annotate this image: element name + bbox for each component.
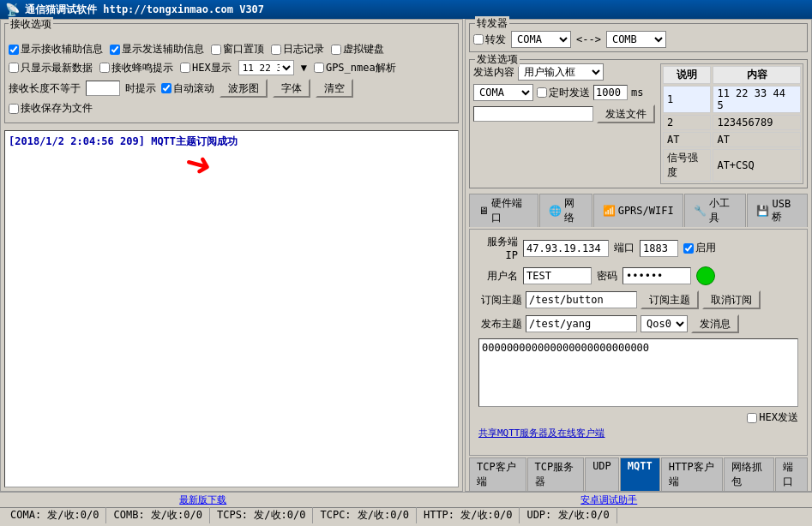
gps-nmea-item[interactable]: GPS_nmea解析: [314, 61, 396, 75]
recv-save-file-item[interactable]: 接收保存为文件: [9, 101, 93, 116]
virtual-keyboard-checkbox[interactable]: [331, 45, 341, 55]
comb-select-forwarder[interactable]: COMB: [606, 31, 666, 48]
table-header-content: 内容: [713, 66, 801, 84]
wave-btn[interactable]: 波形图: [220, 79, 268, 98]
recv-beep-item[interactable]: 接收蜂鸣提示: [99, 61, 173, 75]
table-row[interactable]: 2 123456789: [663, 115, 801, 130]
auto-scroll-item[interactable]: 自动滚动: [161, 81, 214, 96]
gps-nmea-checkbox[interactable]: [314, 63, 324, 73]
usb-bridge-icon: 💾: [756, 205, 769, 217]
timed-send-label: 定时发送: [549, 86, 590, 100]
recv-beep-checkbox[interactable]: [99, 63, 110, 73]
android-link[interactable]: 安卓调试助手: [406, 493, 813, 506]
clear-btn[interactable]: 清空: [316, 79, 353, 98]
publish-topic-label: 发布主题: [475, 317, 522, 332]
recv-save-file-label: 接收保存为文件: [21, 101, 93, 116]
download-link[interactable]: 最新版下载: [0, 493, 406, 506]
hex-send-checkbox[interactable]: [747, 413, 757, 423]
window-top-item[interactable]: 窗口置顶: [211, 42, 264, 57]
forwarder-section: 转发器 转发 COMA <--> COMB: [469, 23, 808, 52]
gps-nmea-label: GPS_nmea解析: [326, 61, 396, 75]
show-recv-info-item[interactable]: 显示接收辅助信息: [9, 42, 103, 57]
window-top-label: 窗口置顶: [223, 42, 264, 57]
hex-display-checkbox[interactable]: [180, 63, 190, 73]
tab-http-client[interactable]: HTTP客户端: [661, 457, 724, 491]
tab-network[interactable]: 🌐 网络: [539, 194, 592, 227]
font-btn[interactable]: 字体: [273, 79, 310, 98]
show-recv-info-checkbox[interactable]: [9, 45, 19, 55]
status-bar: COMA: 发/收:0/0 COMB: 发/收:0/0 TCPS: 发/收:0/…: [0, 507, 812, 523]
hex-send-item[interactable]: HEX发送: [747, 410, 798, 425]
forwarder-enable-checkbox[interactable]: [473, 34, 484, 45]
show-send-info-checkbox[interactable]: [110, 45, 120, 55]
tab-mqtt[interactable]: MQTT: [620, 457, 660, 491]
recv-len-input[interactable]: [86, 81, 120, 96]
server-ip-input[interactable]: [523, 240, 609, 257]
log-record-item[interactable]: 日志记录: [271, 42, 324, 57]
log-record-checkbox[interactable]: [271, 45, 281, 55]
subscribe-topic-input[interactable]: [526, 291, 637, 308]
show-latest-only-label: 只显示最新数据: [21, 61, 93, 75]
table-row[interactable]: 1 11 22 33 44 5: [663, 86, 801, 113]
gprs-wifi-icon: 📶: [603, 205, 616, 217]
coma-select-send[interactable]: COMA: [473, 84, 533, 101]
timed-send-checkbox[interactable]: [537, 87, 547, 98]
log-record-label: 日志记录: [283, 42, 324, 57]
enable-item[interactable]: 启用: [683, 241, 716, 255]
tab-usb-bridge[interactable]: 💾 USB桥: [747, 194, 808, 227]
unsubscribe-btn[interactable]: 取消订阅: [702, 290, 761, 309]
send-content-select[interactable]: 用户输入框: [518, 63, 604, 81]
hex-display-select[interactable]: 11 22 33: [238, 60, 294, 75]
send-file-btn[interactable]: 发送文件: [597, 105, 655, 123]
forwarder-row: 转发 COMA <--> COMB: [473, 31, 803, 48]
time-hint-label: 时提示: [125, 81, 156, 96]
checkbox-row-2: 只显示最新数据 接收蜂鸣提示 HEX显示 11 22 33 ▼ GPS_nmea…: [9, 60, 454, 75]
tab-hardware-port[interactable]: 🖥 硬件端口: [469, 194, 538, 227]
publish-btn[interactable]: 发消息: [691, 314, 739, 333]
hex-dropdown-arrow: ▼: [301, 62, 307, 74]
publish-topic-row: 发布主题 Qos0 发消息: [475, 314, 802, 333]
virtual-keyboard-item[interactable]: 虚拟键盘: [331, 42, 384, 57]
auto-scroll-checkbox[interactable]: [161, 83, 171, 93]
recv-save-file-checkbox[interactable]: [9, 104, 19, 114]
enable-label: 启用: [695, 241, 716, 255]
show-latest-only-item[interactable]: 只显示最新数据: [9, 61, 93, 75]
coma-select-forwarder[interactable]: COMA: [511, 31, 571, 48]
subscribe-btn[interactable]: 订阅主题: [641, 290, 699, 309]
window-top-checkbox[interactable]: [211, 45, 221, 55]
timed-send-item[interactable]: 定时发送: [537, 86, 590, 100]
username-input[interactable]: [523, 267, 592, 284]
tab-udp[interactable]: UDP: [585, 457, 619, 491]
table-cell-desc-4: 信号强度: [663, 149, 711, 182]
send-text-input[interactable]: [473, 106, 593, 122]
table-row[interactable]: 信号强度 AT+CSQ: [663, 149, 801, 182]
tab-tools[interactable]: 🔧 小工具: [684, 194, 747, 227]
recv-options-group: 接收选项 显示接收辅助信息 显示发送辅助信息 窗口置顶 日志记录: [4, 23, 459, 123]
port-input[interactable]: [640, 240, 678, 257]
recv-len-label: 接收长度不等于: [9, 81, 81, 96]
forwarder-enable-label: 转发: [485, 33, 506, 47]
mqtt-link[interactable]: 共享MQTT服务器及在线客户端: [478, 427, 798, 439]
app-icon: 📡: [5, 3, 20, 16]
send-input-row: 发送文件: [473, 105, 655, 123]
tab-tcp-server[interactable]: TCP服务器: [527, 457, 585, 491]
timed-send-input[interactable]: [593, 85, 628, 100]
password-input[interactable]: [623, 267, 691, 284]
tab-port[interactable]: 端口: [775, 457, 808, 491]
tab-network-capture-label: 网络抓包: [731, 461, 762, 487]
show-send-info-item[interactable]: 显示发送辅助信息: [110, 42, 204, 57]
tab-network-capture[interactable]: 网络抓包: [724, 457, 773, 491]
port-label: 端口: [614, 241, 635, 255]
tab-bar: 🖥 硬件端口 🌐 网络 📶 GPRS/WIFI 🔧 小工具 💾 USB桥: [469, 194, 808, 227]
publish-topic-input[interactable]: [526, 315, 637, 332]
message-area[interactable]: 000000000000000000000000000: [478, 338, 798, 407]
qos-select[interactable]: Qos0: [641, 315, 688, 332]
hex-display-item[interactable]: HEX显示: [180, 61, 232, 75]
show-latest-only-checkbox[interactable]: [9, 63, 19, 73]
forwarder-enable-item[interactable]: 转发: [473, 33, 506, 47]
enable-checkbox[interactable]: [683, 243, 694, 254]
table-cell-content-3: AT: [713, 132, 801, 147]
table-row[interactable]: AT AT: [663, 132, 801, 147]
tab-gprs-wifi[interactable]: 📶 GPRS/WIFI: [593, 194, 683, 227]
tab-tcp-client[interactable]: TCP客户端: [469, 457, 526, 491]
